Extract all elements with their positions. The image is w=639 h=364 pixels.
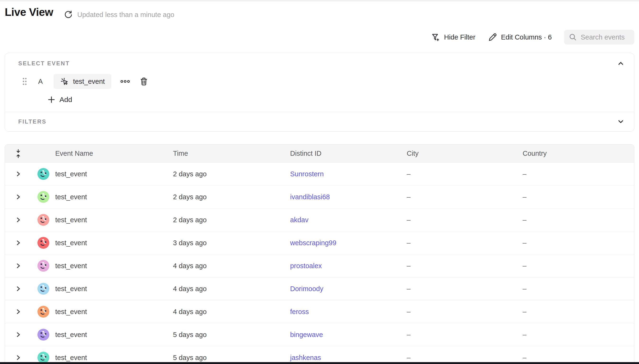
event-letter: A <box>38 78 43 86</box>
event-name-cell: test_event <box>55 170 173 178</box>
chevron-right-icon <box>16 240 21 246</box>
event-more-options-button[interactable] <box>120 80 130 83</box>
table-row[interactable]: test_event 3 days ago webscraping99 – – <box>5 232 634 254</box>
distinct-id-link[interactable]: ivandiblasi68 <box>290 193 330 201</box>
event-name-cell: test_event <box>55 262 173 270</box>
column-header-city[interactable]: City <box>407 150 523 158</box>
country-cell: – <box>523 216 634 224</box>
city-cell: – <box>407 170 523 178</box>
events-table: Event Name Time Distinct ID City Country… <box>5 144 634 364</box>
table-row[interactable]: test_event 4 days ago Dorimoody – – <box>5 278 634 300</box>
table-row[interactable]: test_event 5 days ago bingewave – – <box>5 323 634 346</box>
event-name-cell: test_event <box>55 193 173 201</box>
event-chip-label: test_event <box>73 78 105 86</box>
event-select-button[interactable]: test_event <box>54 74 111 89</box>
chevron-right-icon <box>16 194 21 200</box>
expand-row-button[interactable] <box>13 260 24 271</box>
event-name-cell: test_event <box>55 216 173 224</box>
chevron-right-icon <box>16 262 21 269</box>
search-input[interactable] <box>581 33 629 41</box>
city-cell: – <box>407 193 523 201</box>
filters-label: FILTERS <box>18 118 47 125</box>
city-cell: – <box>407 239 523 247</box>
funnel-plus-icon <box>431 32 440 42</box>
city-cell: – <box>407 308 523 316</box>
time-cell: 2 days ago <box>173 193 290 201</box>
city-cell: – <box>407 331 523 339</box>
refresh-button[interactable] <box>63 10 74 20</box>
search-icon <box>569 33 577 41</box>
edit-columns-button[interactable]: Edit Columns · 6 <box>488 32 552 42</box>
select-event-section: SELECT EVENT A <box>5 53 634 112</box>
expand-row-button[interactable] <box>13 306 24 317</box>
page-title: Live View <box>5 6 53 18</box>
column-header-time[interactable]: Time <box>173 150 290 158</box>
collapse-vertical-icon <box>14 149 22 158</box>
event-name-cell: test_event <box>55 285 173 293</box>
event-delete-button[interactable] <box>139 77 148 86</box>
table-row[interactable]: test_event 4 days ago feross – – <box>5 300 634 323</box>
distinct-id-link[interactable]: Sunrostern <box>290 170 324 178</box>
table-header-row: Event Name Time Distinct ID City Country <box>5 144 634 162</box>
expand-row-button[interactable] <box>13 238 24 248</box>
user-avatar <box>38 283 49 295</box>
drag-handle-icon[interactable] <box>22 77 28 86</box>
hide-filter-button[interactable]: Hide Filter <box>431 32 475 42</box>
chevron-up-icon <box>617 60 624 67</box>
city-cell: – <box>407 285 523 293</box>
time-cell: 4 days ago <box>173 308 290 316</box>
expand-row-button[interactable] <box>13 352 24 363</box>
column-header-country[interactable]: Country <box>523 150 634 158</box>
distinct-id-link[interactable]: bingewave <box>290 331 323 338</box>
city-cell: – <box>407 354 523 362</box>
expand-row-button[interactable] <box>13 284 24 294</box>
column-header-event-name[interactable]: Event Name <box>55 150 173 158</box>
chevron-right-icon <box>16 286 21 292</box>
refresh-icon <box>64 10 73 19</box>
distinct-id-link[interactable]: jashkenas <box>290 354 321 362</box>
event-name-cell: test_event <box>55 239 173 247</box>
distinct-id-link[interactable]: akdav <box>290 216 308 224</box>
city-cell: – <box>407 262 523 270</box>
table-row[interactable]: test_event 2 days ago Sunrostern – – <box>5 162 634 186</box>
distinct-id-link[interactable]: webscraping99 <box>290 239 336 246</box>
expand-row-button[interactable] <box>13 192 24 202</box>
window-bottom-edge <box>0 362 639 364</box>
add-event-button[interactable]: Add <box>48 96 72 104</box>
collapse-all-rows-button[interactable] <box>13 148 24 159</box>
select-event-label: SELECT EVENT <box>18 60 70 66</box>
user-avatar <box>38 168 49 180</box>
trash-icon <box>139 77 148 86</box>
time-cell: 2 days ago <box>173 216 290 224</box>
expand-row-button[interactable] <box>13 169 24 179</box>
search-box[interactable] <box>564 30 634 44</box>
expand-row-button[interactable] <box>13 215 24 225</box>
user-avatar <box>38 214 49 226</box>
city-cell: – <box>407 216 523 224</box>
filters-expand-button[interactable] <box>616 117 625 126</box>
country-cell: – <box>523 239 634 247</box>
country-cell: – <box>523 285 634 293</box>
distinct-id-link[interactable]: feross <box>290 308 309 316</box>
event-name-cell: test_event <box>55 354 173 362</box>
time-cell: 3 days ago <box>173 239 290 247</box>
time-cell: 2 days ago <box>173 170 290 178</box>
select-event-collapse-button[interactable] <box>616 59 625 68</box>
table-row[interactable]: test_event 5 days ago jashkenas – – <box>5 346 634 364</box>
window-top-shade <box>0 0 639 2</box>
ellipsis-icon <box>120 80 130 83</box>
table-row[interactable]: test_event 2 days ago akdav – – <box>5 208 634 232</box>
chevron-right-icon <box>16 331 21 338</box>
chevron-right-icon <box>16 354 21 361</box>
user-avatar <box>38 237 49 249</box>
query-builder-card: SELECT EVENT A <box>5 53 634 132</box>
distinct-id-link[interactable]: Dorimoody <box>290 285 323 292</box>
plus-icon <box>48 96 55 104</box>
country-cell: – <box>523 193 634 201</box>
table-row[interactable]: test_event 4 days ago prostoalex – – <box>5 254 634 278</box>
table-row[interactable]: test_event 2 days ago ivandiblasi68 – – <box>5 186 634 208</box>
country-cell: – <box>523 262 634 270</box>
distinct-id-link[interactable]: prostoalex <box>290 262 322 270</box>
column-header-distinct-id[interactable]: Distinct ID <box>290 150 407 158</box>
expand-row-button[interactable] <box>13 330 24 340</box>
